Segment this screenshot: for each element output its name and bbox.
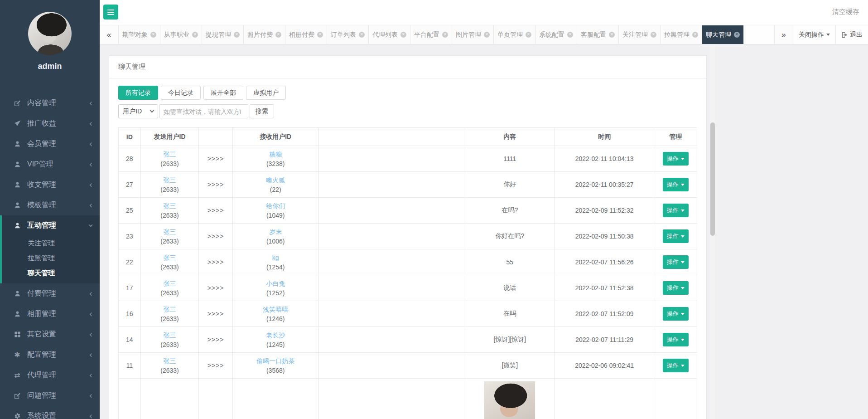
action-dropdown-button[interactable]: 操作 xyxy=(663,333,689,346)
sidebar-item[interactable]: 互动管理‹ xyxy=(2,215,100,236)
sidebar-subitem[interactable]: 聊天管理 xyxy=(2,266,100,281)
tab-close-icon[interactable]: × xyxy=(150,32,156,38)
tab-close-icon[interactable]: × xyxy=(609,32,615,38)
sidebar-item[interactable]: ⇄代理管理‹ xyxy=(0,365,100,385)
tab-close-icon[interactable]: × xyxy=(526,32,531,38)
sidebar-item[interactable]: 其它设置‹ xyxy=(0,324,100,345)
cell-id: 25 xyxy=(119,198,141,224)
tab-item[interactable]: 系统配置× xyxy=(535,25,577,44)
cell-manage: 操作 xyxy=(654,327,697,353)
sender-user-link[interactable]: 张三 xyxy=(141,356,199,366)
sender-user-link[interactable]: 张三 xyxy=(141,331,199,340)
action-dropdown-button[interactable]: 操作 xyxy=(663,229,689,243)
sidebar-subitem[interactable]: 关注管理 xyxy=(2,236,100,251)
logout-button[interactable]: 退出 xyxy=(835,25,868,44)
tab-item[interactable]: 提现管理× xyxy=(202,25,244,44)
action-dropdown-button[interactable]: 操作 xyxy=(663,307,689,321)
tab-close-icon[interactable]: × xyxy=(567,32,573,38)
tab-active[interactable]: 聊天管理× xyxy=(702,25,744,44)
sidebar-item[interactable]: 问题管理‹ xyxy=(0,385,100,406)
sender-user-link[interactable]: 张三 xyxy=(141,305,199,314)
sender-user-link[interactable]: 张三 xyxy=(141,175,199,185)
tab-item[interactable]: 平台配置× xyxy=(410,25,452,44)
hamburger-menu-button[interactable] xyxy=(103,5,118,19)
user-id-select[interactable]: 用户ID xyxy=(118,104,158,118)
tab-close-icon[interactable]: × xyxy=(275,32,281,38)
sidebar-item[interactable]: 模板管理‹ xyxy=(0,195,100,215)
action-dropdown-button[interactable]: 操作 xyxy=(663,204,689,217)
tab-item[interactable]: 代理列表× xyxy=(369,25,410,44)
filter-button[interactable]: 所有记录 xyxy=(118,86,158,100)
receiver-user-link[interactable]: 小白兔 xyxy=(233,279,318,288)
action-dropdown-button[interactable]: 操作 xyxy=(663,359,689,372)
user-icon xyxy=(13,161,22,168)
tab-close-icon[interactable]: × xyxy=(484,32,490,38)
receiver-user-link[interactable]: 糖糖 xyxy=(233,150,318,159)
action-dropdown-button[interactable]: 操作 xyxy=(663,281,689,295)
tab-item[interactable]: 期望对象× xyxy=(119,25,160,44)
search-button[interactable]: 搜索 xyxy=(250,104,274,118)
filter-button[interactable]: 虚拟用户 xyxy=(246,86,286,100)
sidebar-item[interactable]: 付费管理‹ xyxy=(0,283,100,304)
action-dropdown-button[interactable]: 操作 xyxy=(663,255,689,269)
tab-item[interactable]: 从事职业× xyxy=(160,25,202,44)
filter-button[interactable]: 今日记录 xyxy=(161,86,201,100)
tabs-scroll-right-button[interactable]: » xyxy=(774,25,793,44)
cell-empty xyxy=(318,353,465,379)
action-dropdown-button[interactable]: 操作 xyxy=(663,152,689,166)
scrollbar-thumb[interactable] xyxy=(710,122,715,236)
receiver-user-link[interactable]: 偷喝一口奶茶 xyxy=(233,356,318,366)
filter-button[interactable]: 展开全部 xyxy=(203,86,243,100)
receiver-user-link[interactable]: kg xyxy=(233,253,318,263)
receiver-user-link[interactable]: 噢火狐 xyxy=(233,175,318,185)
sidebar-item[interactable]: VIP管理‹ xyxy=(0,154,100,175)
sender-user-link[interactable]: 张三 xyxy=(141,201,199,211)
tab-item[interactable]: 相册付费× xyxy=(285,25,327,44)
close-operations-dropdown[interactable]: 关闭操作 xyxy=(793,25,835,44)
tab-item[interactable]: 关注管理× xyxy=(619,25,661,44)
tab-close-icon[interactable]: × xyxy=(651,32,656,38)
sidebar-item[interactable]: 推广收益‹ xyxy=(0,113,100,134)
search-input[interactable] xyxy=(159,104,248,118)
tab-item[interactable]: 客服配置× xyxy=(577,25,619,44)
vertical-scrollbar[interactable] xyxy=(710,44,715,419)
tabs-scroll-left-button[interactable]: « xyxy=(100,25,119,44)
sidebar-item[interactable]: 相册管理‹ xyxy=(0,304,100,324)
tab-close-icon[interactable]: × xyxy=(192,32,198,38)
tab-item[interactable]: 单页管理× xyxy=(494,25,535,44)
receiver-user-link[interactable]: 浅笑嘻嘻 xyxy=(233,305,318,314)
tab-close-icon[interactable]: × xyxy=(317,32,323,38)
sender-user-link[interactable]: 张三 xyxy=(141,227,199,237)
receiver-user-link[interactable]: 岁末 xyxy=(233,227,318,237)
sender-user-link[interactable]: 张三 xyxy=(141,279,199,288)
sidebar-item-label: 会员管理 xyxy=(27,139,89,149)
sidebar-subitem[interactable]: 拉黑管理 xyxy=(2,251,100,266)
action-dropdown-button[interactable]: 操作 xyxy=(663,178,689,191)
receiver-user-link[interactable]: 给你们 xyxy=(233,201,318,211)
action-button-label: 操作 xyxy=(667,310,679,318)
tab-close-icon[interactable]: × xyxy=(692,32,698,38)
sender-user-link[interactable]: 张三 xyxy=(141,253,199,263)
clear-cache-link[interactable]: 清空缓存 xyxy=(832,8,859,16)
chevron-left-icon: ‹ xyxy=(89,140,92,148)
tab-item[interactable]: 拉黑管理× xyxy=(661,25,702,44)
cell-sender: 张三(2633) xyxy=(140,224,199,249)
tab-item[interactable]: 照片付费× xyxy=(244,25,285,44)
avatar[interactable] xyxy=(28,12,72,55)
tab-close-icon[interactable]: × xyxy=(400,32,406,38)
sidebar-item[interactable]: 收支管理‹ xyxy=(0,175,100,195)
tab-close-icon[interactable]: × xyxy=(234,32,240,38)
receiver-user-link[interactable]: 老长沙 xyxy=(233,331,318,340)
tab-item[interactable]: 订单列表× xyxy=(327,25,369,44)
tab-close-icon[interactable]: × xyxy=(442,32,448,38)
sidebar-item[interactable]: ✱配置管理‹ xyxy=(0,345,100,365)
sender-user-link[interactable]: 张三 xyxy=(141,150,199,159)
tab-close-icon[interactable]: × xyxy=(734,32,740,38)
photo-thumbnail[interactable] xyxy=(484,381,535,419)
sidebar-item[interactable]: 会员管理‹ xyxy=(0,134,100,154)
tab-close-icon[interactable]: × xyxy=(359,32,365,38)
sidebar-item[interactable]: 内容管理‹ xyxy=(0,93,100,113)
tab-item[interactable]: 图片管理× xyxy=(452,25,494,44)
sidebar-item[interactable]: 系统设置‹ xyxy=(0,406,100,419)
sidebar-item-label: 内容管理 xyxy=(27,98,89,108)
